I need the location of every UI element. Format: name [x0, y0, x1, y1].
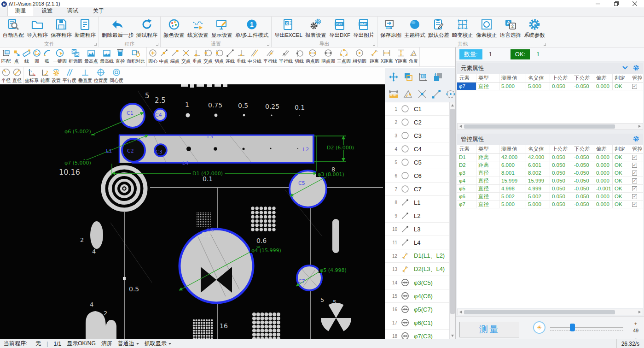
pan-move-button[interactable]	[388, 71, 399, 83]
table-row[interactable]: D2距离6.0006.0010.050-0.0500.000OK	[457, 161, 643, 169]
system-gear-button[interactable]: 系统参数	[522, 17, 546, 39]
dxf-file-button[interactable]: DXF导出DXF	[328, 17, 352, 39]
element-row-C3[interactable]: 3C3	[385, 129, 450, 142]
coordinate-button[interactable]: yx坐标系	[24, 67, 40, 84]
checkbox-checked-icon[interactable]	[632, 84, 637, 89]
new-document-button[interactable]: 新建程序	[73, 17, 97, 39]
y-distance-button[interactable]: Y距离	[394, 47, 408, 66]
scroll-thumb[interactable]	[464, 124, 615, 129]
element-row-φ6(C1)[interactable]: 17φ6(C1)	[385, 316, 450, 330]
line-tool-button[interactable]: 线	[22, 47, 32, 66]
brightness-sun-icon[interactable]: ☀	[533, 321, 545, 334]
intersect-tool-button[interactable]	[417, 88, 427, 100]
coordinate-view-button[interactable]	[418, 71, 429, 83]
gear-icon[interactable]	[633, 65, 639, 72]
angle-tool-button[interactable]	[402, 88, 413, 100]
restore-button[interactable]	[607, 0, 626, 7]
concentricity-button[interactable]: 同心度	[109, 67, 124, 84]
highest-line-button[interactable]: 最高线	[99, 47, 115, 66]
circle-dashed-button[interactable]	[445, 88, 455, 100]
element-row-D1(L1、L2)[interactable]: 12D1(L1、L2)	[385, 249, 450, 263]
checkbox-checked-icon[interactable]	[632, 155, 637, 160]
contour-button[interactable]: 轮廓	[40, 67, 51, 84]
save-floppy-button[interactable]: 保存程序	[49, 17, 73, 39]
end-point-button[interactable]: 端点	[169, 47, 180, 66]
gear-icon[interactable]	[633, 136, 639, 143]
tab-设置[interactable]: 设置	[34, 6, 60, 16]
table-row[interactable]: φ4直径15.99915.9990.050-0.0500.000OK	[457, 177, 643, 185]
display-button[interactable]: 显示设置	[210, 17, 234, 39]
element-row-C5[interactable]: 5C5	[385, 156, 450, 169]
element-list-scrollbar[interactable]	[449, 102, 455, 339]
match-button[interactable]: 匹配	[0, 47, 12, 66]
refresh-button[interactable]: 测试程序	[135, 17, 159, 39]
checkbox-checked-icon[interactable]	[632, 171, 637, 176]
element-row-C4[interactable]: 4C4	[385, 142, 450, 156]
checkbox-checked-icon[interactable]	[632, 186, 637, 191]
perpendicularity-button[interactable]: 垂直度	[77, 67, 93, 84]
save-image-button[interactable]: BMP保存原图	[379, 17, 403, 39]
element-row-D2(L3、L4)[interactable]: 13D2(L3、L4)	[385, 263, 450, 276]
control-props-hscrollbar[interactable]	[457, 309, 643, 315]
arc-button[interactable]: 弧	[42, 47, 52, 66]
measure-button[interactable]: 测量	[459, 322, 519, 337]
scroll-left-icon[interactable]	[458, 124, 464, 129]
element-row-L1[interactable]: 8L1	[385, 196, 450, 209]
element-row-L3[interactable]: 10L3	[385, 223, 450, 236]
perpendicular-line-button[interactable]: 垂线	[236, 47, 247, 66]
connect-line-button[interactable]: 连线	[225, 47, 236, 66]
palette-button[interactable]: 颜色设置	[162, 17, 186, 39]
element-row-φ4(C6)[interactable]: 15φ4(C6)	[385, 289, 450, 303]
minimize-button[interactable]	[589, 0, 607, 7]
scroll-down-icon[interactable]	[450, 333, 455, 339]
bisector-line-button[interactable]: 中分线	[247, 47, 262, 66]
checkbox-checked-icon[interactable]	[632, 163, 637, 168]
parallelism-button[interactable]: 平行度	[62, 67, 77, 84]
diameter-button[interactable]: 直径	[12, 67, 23, 84]
circle-center-button[interactable]: 圆心	[147, 47, 158, 66]
circle-intersect-button[interactable]: 交点	[203, 47, 214, 66]
two-point-circle2-button[interactable]: 两点圆	[320, 47, 336, 66]
theme-sphere-button[interactable]: 主题样式	[403, 17, 427, 39]
tangent-line-button[interactable]: 切线	[294, 47, 305, 66]
mid-point-button[interactable]: 中点	[158, 47, 169, 66]
element-row-C1[interactable]: 1C1	[385, 102, 450, 116]
box-circle-button[interactable]: 框选圆	[68, 47, 83, 66]
clear-screen-button[interactable]: 清屏	[101, 340, 112, 348]
scroll-thumb[interactable]	[464, 310, 615, 314]
close-button[interactable]	[626, 0, 644, 7]
table-row[interactable]: φ6直径5.0025.0020.050-0.0500.000OK	[457, 193, 643, 201]
tangent-circle-button[interactable]: 相切圆	[352, 47, 367, 66]
scroll-right-icon[interactable]	[637, 309, 643, 315]
minus-button[interactable]: -	[635, 334, 637, 339]
auto-match-button[interactable]: 自动匹配	[1, 17, 25, 39]
parallel-line-button[interactable]: 平行线	[262, 47, 278, 66]
copy-shape-button[interactable]	[403, 71, 414, 83]
table-row[interactable]: φ3直径8.0018.0020.050-0.0500.000OK	[457, 169, 643, 177]
layer-copy-button[interactable]	[432, 71, 443, 83]
table-row[interactable]: φ7直径5.0005.0000.050-0.0500.000OK	[457, 201, 643, 208]
three-point-circle-button[interactable]: 三点圆	[336, 47, 352, 66]
tab-调试[interactable]: 调试	[60, 6, 86, 16]
table-row[interactable]: D1距离42.00042.0000.050-0.0500.000OK	[457, 153, 643, 161]
element-row-C6[interactable]: 6C6	[385, 169, 450, 183]
tab-测量[interactable]: 测量	[7, 6, 34, 16]
line-width-button[interactable]: 线宽设置	[186, 17, 210, 39]
measure-ruler-button[interactable]	[388, 88, 399, 100]
brightness-slider-track[interactable]	[550, 327, 623, 328]
element-row-φ7(C3)[interactable]: 18φ7(C3)	[385, 330, 450, 339]
cylinder-button[interactable]: 直径	[115, 47, 126, 66]
bmp-file-button[interactable]: BMP导出图片	[352, 17, 376, 39]
distance-button[interactable]: 距离	[369, 47, 380, 66]
show-okng-toggle[interactable]: 显示OK/NG	[67, 340, 96, 348]
highest-point-button[interactable]: 最高点	[83, 47, 99, 66]
element-row-C2[interactable]: 2C2	[385, 116, 450, 129]
settings-gear-button[interactable]: 设置	[51, 67, 62, 84]
element-props-hscrollbar[interactable]	[457, 123, 643, 130]
checkbox-checked-icon[interactable]	[632, 202, 637, 207]
pixel-calib-button[interactable]: 像素校正	[475, 17, 499, 39]
element-row-L2[interactable]: 9L2	[385, 209, 450, 223]
point-button[interactable]: 点	[12, 47, 22, 66]
one-click-circle-button[interactable]: 一键圆	[52, 47, 68, 66]
two-point-circle-button[interactable]: 两点圆	[305, 47, 320, 66]
